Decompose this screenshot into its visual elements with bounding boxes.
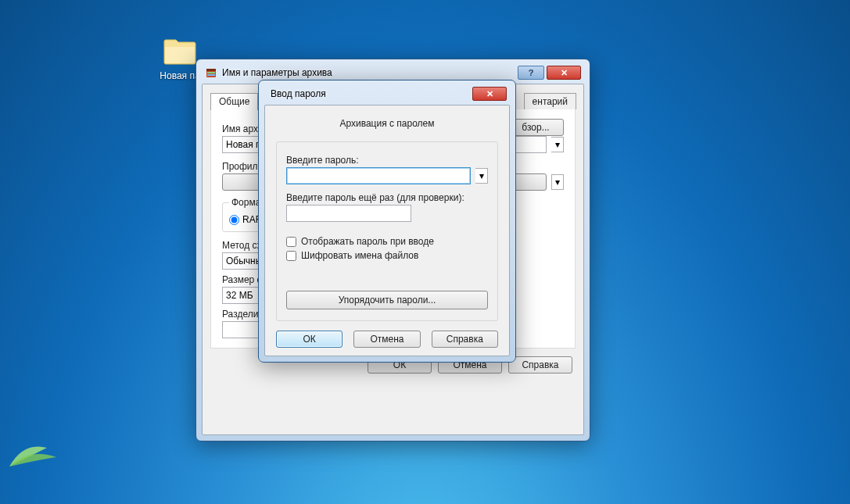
close-button[interactable]: ✕	[472, 87, 507, 101]
cancel-button[interactable]: Отмена	[353, 331, 420, 348]
svg-rect-2	[207, 72, 215, 73]
folder-icon	[163, 38, 197, 66]
confirm-password-label: Введите пароль ещё раз (для проверки):	[286, 192, 488, 203]
help-button[interactable]: Справка	[432, 331, 498, 348]
help-button[interactable]: ?	[518, 66, 544, 80]
winrar-icon	[205, 66, 217, 79]
window-title: Имя и параметры архива	[222, 67, 518, 78]
confirm-password-input[interactable]	[286, 205, 411, 222]
close-button[interactable]: ✕	[547, 66, 581, 80]
svg-rect-1	[206, 69, 216, 71]
show-password-checkbox[interactable]: Отображать пароль при вводе	[286, 236, 488, 247]
enter-password-label: Введите пароль:	[286, 155, 488, 166]
password-input[interactable]	[286, 167, 471, 184]
chevron-down-icon[interactable]: ▾	[551, 174, 564, 190]
help-button[interactable]: Справка	[508, 356, 572, 374]
organize-passwords-button[interactable]: Упорядочить пароли...	[286, 291, 488, 309]
password-dialog: Ввод пароля ✕ Архивация с паролем Введит…	[258, 80, 516, 363]
encrypt-names-checkbox[interactable]: Шифровать имена файлов	[286, 250, 488, 261]
password-dialog-title: Ввод пароля	[267, 88, 472, 99]
desktop-accent	[8, 434, 78, 469]
svg-rect-3	[207, 74, 215, 76]
tab-comment[interactable]: ентарий	[524, 93, 576, 109]
chevron-down-icon[interactable]: ▾	[475, 168, 488, 184]
password-heading: Архивация с паролем	[276, 118, 498, 129]
tab-general[interactable]: Общие	[210, 93, 258, 110]
chevron-down-icon[interactable]: ▾	[551, 137, 564, 152]
ok-button[interactable]: ОК	[276, 331, 343, 348]
